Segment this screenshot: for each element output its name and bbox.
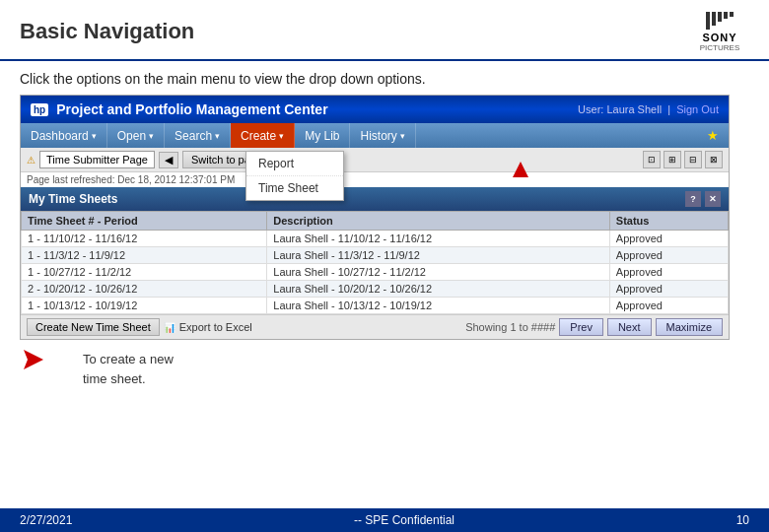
showing-text: Showing 1 to #### [465,321,555,333]
cell-description: Laura Shell - 11/10/12 - 11/16/12 [267,231,610,247]
footer-confidential: -- SPE Confidential [354,513,454,527]
dashboard-arrow-icon: ▾ [92,131,97,141]
cell-period: 1 - 10/27/12 - 11/2/12 [22,264,267,281]
hp-logo: hp [31,103,48,116]
instruction-text: Click the options on the main menu to vi… [20,71,749,87]
nav-search-label: Search [175,129,212,143]
ppm-app-title: Project and Portfolio Management Center [56,101,327,117]
sony-logo-bars [706,12,734,30]
bottom-bar: Create New Time Sheet 📊 Export to Excel … [21,314,729,339]
svg-marker-0 [24,350,43,369]
col-description: Description [267,212,610,231]
cell-period: 1 - 10/13/12 - 10/19/12 [22,298,267,314]
footer-page-number: 10 [736,513,749,527]
toolbar-icon-1[interactable]: ⊡ [643,151,661,168]
page-label: Time Submitter Page [39,151,155,168]
toolbar-nav-left[interactable]: ◀ [159,152,178,168]
cursor-arrow-icon [513,162,528,177]
toolbar-right-icons: ⊡ ⊞ ⊟ ⊠ [643,151,723,168]
export-icon[interactable]: 📊 [164,322,175,333]
table-row: 1 - 10/27/12 - 11/2/12 Laura Shell - 10/… [22,264,729,281]
sony-logo: SONY PICTURES [690,12,749,51]
timesheets-section: My Time Sheets ? ✕ Time Sheet # - Period… [21,187,729,314]
cell-status: Approved [609,281,728,298]
export-label[interactable]: Export to Excel [179,321,252,333]
nav-open-label: Open [117,129,146,143]
toolbar-icon-3[interactable]: ⊟ [684,151,702,168]
ppm-title: hp Project and Portfolio Management Cent… [31,101,328,117]
paging-controls: Showing 1 to #### Prev Next Maximize [465,318,723,336]
nav-history[interactable]: History ▾ [350,123,415,148]
toolbar-icon-4[interactable]: ⊠ [705,151,723,168]
cell-status: Approved [609,231,728,247]
logo-bar-1 [706,12,710,30]
note-line1: To create a new [83,352,174,366]
col-period: Time Sheet # - Period [22,212,267,231]
note-text: To create a new time sheet. [83,350,174,388]
dropdown-timesheet[interactable]: Time Sheet [246,176,343,200]
create-new-timesheet-button[interactable]: Create New Time Sheet [27,318,160,336]
cell-period: 1 - 11/10/12 - 11/16/12 [22,231,267,247]
close-icon[interactable]: ✕ [705,191,721,207]
ppm-header: hp Project and Portfolio Management Cent… [21,96,729,123]
search-arrow-icon: ▾ [215,131,220,141]
cell-status: Approved [609,298,728,314]
nav-history-label: History [360,129,396,143]
cell-period: 1 - 11/3/12 - 11/9/12 [22,247,267,264]
arrow-icon [20,346,47,373]
user-label: User: Laura Shell [578,103,662,115]
ppm-nav: Dashboard ▾ Open ▾ Search ▾ Create ▾ My … [21,123,729,148]
nav-mylib-label: My Lib [305,129,339,143]
next-button[interactable]: Next [607,318,652,336]
ppm-user-info: User: Laura Shell | Sign Out [578,103,719,115]
nav-create[interactable]: Create ▾ [231,123,295,148]
cell-description: Laura Shell - 11/3/12 - 11/9/12 [267,247,610,264]
help-icon[interactable]: ? [685,191,701,207]
cell-description: Laura Shell - 10/27/12 - 11/2/12 [267,264,610,281]
note-arrow [20,346,47,376]
nav-dashboard[interactable]: Dashboard ▾ [21,123,107,148]
nav-open[interactable]: Open ▾ [107,123,165,148]
note-line2: time sheet. [83,371,146,386]
cell-description: Laura Shell - 10/20/12 - 10/26/12 [267,281,610,298]
table-row: 1 - 11/3/12 - 11/9/12 Laura Shell - 11/3… [22,247,729,264]
table-row: 1 - 11/10/12 - 11/16/12 Laura Shell - 11… [22,231,729,247]
ppm-container: hp Project and Portfolio Management Cent… [20,95,730,340]
footer-date: 2/27/2021 [20,513,72,527]
note-section: To create a new time sheet. [20,344,749,388]
cell-period: 2 - 10/20/12 - 10/26/12 [22,281,267,298]
timesheets-header: My Time Sheets ? ✕ [21,187,729,211]
logo-bar-4 [724,12,728,19]
sony-logo-text: SONY [702,32,736,43]
create-arrow-icon: ▾ [279,131,284,141]
logo-bar-2 [712,12,716,26]
sony-logo-sub: PICTURES [700,43,739,52]
prev-button[interactable]: Prev [559,318,603,336]
logo-bar-5 [730,12,734,17]
sign-out-link[interactable]: Sign Out [676,103,719,115]
nav-dashboard-label: Dashboard [31,129,89,143]
maximize-button[interactable]: Maximize [656,318,723,336]
refresh-text: Page last refreshed: Dec 18, 2012 12:37:… [21,172,729,187]
page-header: Basic Navigation SONY PICTURES [0,0,769,61]
ppm-toolbar: ⚠ Time Submitter Page ◀ Switch to page..… [21,148,729,172]
dropdown-report[interactable]: Report [246,152,343,176]
nav-mylib[interactable]: My Lib [295,123,350,148]
page-footer: 2/27/2021 -- SPE Confidential 10 [0,508,769,532]
logo-bar-3 [718,12,722,22]
nav-favorites-icon[interactable]: ★ [697,123,729,148]
history-arrow-icon: ▾ [400,131,405,141]
main-content: Click the options on the main menu to vi… [0,61,769,398]
timesheets-table: Time Sheet # - Period Description Status… [21,211,729,314]
cell-status: Approved [609,264,728,281]
nav-search[interactable]: Search ▾ [165,123,231,148]
page-title: Basic Navigation [20,19,194,44]
nav-create-label: Create [241,129,276,143]
toolbar-icon-2[interactable]: ⊞ [664,151,681,168]
timesheets-title: My Time Sheets [29,192,117,206]
open-arrow-icon: ▾ [149,131,154,141]
cell-description: Laura Shell - 10/13/12 - 10/19/12 [267,298,610,314]
timesheets-header-icons: ? ✕ [685,191,721,207]
table-row: 1 - 10/13/12 - 10/19/12 Laura Shell - 10… [22,298,729,314]
col-status: Status [609,212,728,231]
